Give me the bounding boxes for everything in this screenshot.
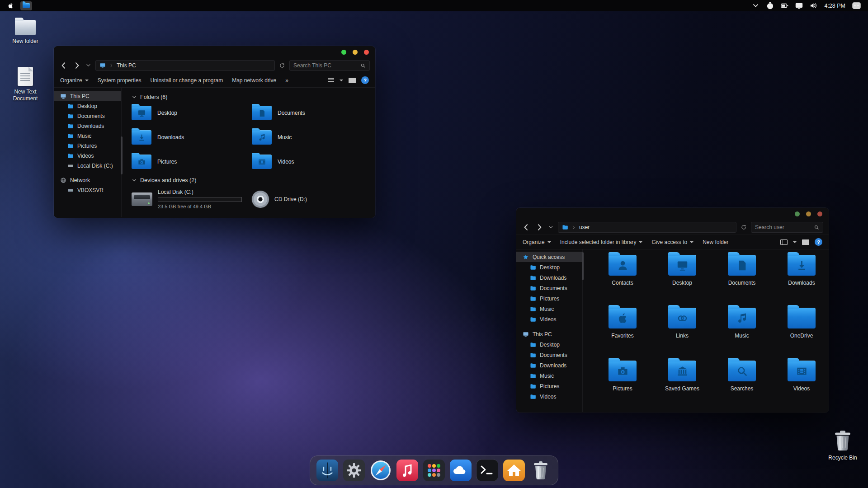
- battery-icon[interactable]: [781, 2, 788, 9]
- folder-item-music[interactable]: Music: [252, 130, 372, 145]
- forward-button[interactable]: [535, 223, 544, 232]
- drive-item-local-disk[interactable]: Local Disk (C:) 23.5 GB free of 49.4 GB: [132, 189, 252, 209]
- folder-item-links[interactable]: Links: [652, 308, 712, 355]
- close-button[interactable]: [817, 211, 822, 216]
- system-properties-button[interactable]: System properties: [98, 77, 142, 84]
- dock-finder-icon[interactable]: [316, 460, 338, 481]
- details-view-icon[interactable]: [328, 78, 334, 83]
- help-icon[interactable]: ?: [815, 238, 822, 246]
- window-titlebar[interactable]: [516, 208, 829, 220]
- sidebar-item-network[interactable]: Network: [54, 175, 121, 185]
- sidebar-item-videos[interactable]: Videos: [54, 151, 121, 161]
- uninstall-program-button[interactable]: Uninstall or change a program: [150, 77, 223, 84]
- sidebar-item-vboxsvr[interactable]: VBOXSVR: [54, 185, 121, 195]
- new-folder-button[interactable]: New folder: [703, 239, 728, 245]
- sidebar-item-music[interactable]: Music: [54, 131, 121, 141]
- dock-settings-gear-icon[interactable]: [343, 460, 365, 481]
- clock[interactable]: 4:28 PM: [824, 3, 845, 9]
- section-header-folders[interactable]: Folders (6): [132, 94, 375, 100]
- preview-pane-icon[interactable]: [780, 239, 788, 245]
- sidebar-item-desktop[interactable]: Desktop: [54, 101, 121, 111]
- dock-safari-icon[interactable]: [370, 460, 392, 481]
- folder-item-videos[interactable]: Videos: [252, 155, 372, 169]
- folder-item-desktop[interactable]: Desktop: [132, 106, 252, 120]
- drive-item-cd[interactable]: CD Drive (D:): [252, 189, 372, 209]
- help-icon[interactable]: ?: [361, 76, 369, 84]
- view-options-chevron-icon[interactable]: [340, 80, 343, 81]
- folder-item-saved-games[interactable]: Saved Games: [652, 361, 712, 408]
- refresh-icon[interactable]: [279, 62, 285, 69]
- sidebar-item-this-pc[interactable]: This PC: [516, 329, 582, 339]
- folder-item-pictures[interactable]: Pictures: [593, 361, 652, 408]
- forward-button[interactable]: [72, 61, 81, 70]
- folder-item-favorites[interactable]: Favorites: [593, 308, 652, 355]
- sidebar-item-this-pc[interactable]: This PC: [54, 91, 121, 101]
- sidebar-scrollbar[interactable]: [582, 252, 584, 280]
- sidebar-item-pictures[interactable]: Pictures: [516, 293, 582, 304]
- organize-button[interactable]: Organize: [60, 77, 89, 84]
- folder-item-downloads[interactable]: Downloads: [772, 255, 829, 302]
- folder-item-documents[interactable]: Documents: [712, 255, 772, 302]
- dock-terminal-icon[interactable]: [476, 460, 498, 481]
- maximize-button[interactable]: [806, 211, 811, 216]
- sidebar-item-music[interactable]: Music: [516, 371, 582, 381]
- folder-item-downloads[interactable]: Downloads: [132, 130, 252, 145]
- sidebar-scrollbar[interactable]: [121, 136, 123, 174]
- close-button[interactable]: [364, 50, 369, 55]
- minimize-button[interactable]: [341, 50, 346, 55]
- search-input[interactable]: [293, 62, 358, 69]
- view-options-chevron-icon[interactable]: [793, 241, 797, 243]
- give-access-button[interactable]: Give access to: [651, 239, 693, 245]
- desktop-icon-new-text-document[interactable]: New Text Document: [4, 67, 47, 102]
- desktop-icon-new-folder[interactable]: New folder: [4, 20, 47, 45]
- include-in-library-button[interactable]: Include selected folder in library: [560, 239, 643, 245]
- minimize-button[interactable]: [795, 211, 800, 216]
- recent-locations-chevron-icon[interactable]: [548, 224, 554, 230]
- maximize-button[interactable]: [353, 50, 358, 55]
- sidebar-item-music[interactable]: Music: [516, 304, 582, 314]
- dock-trash-icon[interactable]: [530, 460, 552, 481]
- sidebar-item-desktop[interactable]: Desktop: [516, 262, 582, 272]
- collapse-chevron-icon[interactable]: [132, 94, 137, 100]
- folder-item-documents[interactable]: Documents: [252, 106, 372, 120]
- hidden-items-chevron-icon[interactable]: [752, 2, 760, 9]
- dock-home-icon[interactable]: [503, 460, 525, 481]
- refresh-icon[interactable]: [741, 224, 747, 230]
- large-icons-view-icon[interactable]: [349, 78, 356, 83]
- sidebar-item-documents[interactable]: Documents: [516, 350, 582, 360]
- collapse-chevron-icon[interactable]: [132, 178, 137, 183]
- folder-item-desktop[interactable]: Desktop: [652, 255, 712, 302]
- map-network-drive-button[interactable]: Map network drive: [232, 77, 276, 84]
- apple-menu-icon[interactable]: [7, 2, 14, 9]
- sidebar-item-downloads[interactable]: Downloads: [516, 360, 582, 371]
- sidebar-item-local-disk[interactable]: Local Disk (C:): [54, 161, 121, 171]
- folder-item-onedrive[interactable]: OneDrive: [772, 308, 829, 355]
- folder-item-videos[interactable]: Videos: [772, 361, 829, 408]
- sidebar-item-videos[interactable]: Videos: [516, 314, 582, 324]
- active-app-indicator[interactable]: [20, 1, 32, 10]
- sidebar-item-downloads[interactable]: Downloads: [516, 272, 582, 283]
- desktop-icon-recycle-bin[interactable]: Recycle Bin: [821, 428, 864, 461]
- sidebar-item-documents[interactable]: Documents: [54, 111, 121, 121]
- folder-item-pictures[interactable]: Pictures: [132, 155, 252, 169]
- folder-item-searches[interactable]: Searches: [712, 361, 772, 408]
- volume-icon[interactable]: [810, 2, 817, 9]
- window-titlebar[interactable]: [54, 46, 375, 58]
- folder-item-contacts[interactable]: Contacts: [593, 255, 652, 302]
- large-icons-view-icon[interactable]: [802, 239, 809, 245]
- back-button[interactable]: [522, 223, 531, 232]
- back-button[interactable]: [59, 61, 68, 70]
- sidebar-item-quick-access[interactable]: Quick access: [516, 252, 582, 262]
- sidebar-item-pictures[interactable]: Pictures: [516, 381, 582, 391]
- timer-icon[interactable]: [766, 2, 774, 9]
- sidebar-item-downloads[interactable]: Downloads: [54, 121, 121, 131]
- organize-button[interactable]: Organize: [523, 239, 551, 245]
- display-icon[interactable]: [795, 2, 803, 9]
- control-center-icon[interactable]: [852, 2, 861, 9]
- dock-launchpad-icon[interactable]: [423, 460, 445, 481]
- address-bar[interactable]: This PC: [95, 60, 275, 71]
- sidebar-item-pictures[interactable]: Pictures: [54, 141, 121, 151]
- folder-item-music[interactable]: Music: [712, 308, 772, 355]
- dock-weather-icon[interactable]: [450, 460, 472, 481]
- section-header-devices[interactable]: Devices and drives (2): [132, 177, 375, 183]
